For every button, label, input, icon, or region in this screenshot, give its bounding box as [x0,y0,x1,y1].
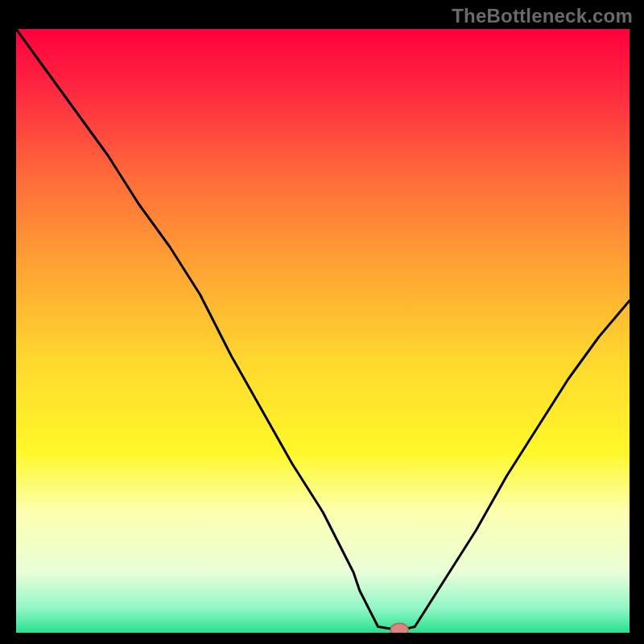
optimal-point-marker [390,623,408,633]
bottleneck-chart [16,29,630,633]
watermark-text: TheBottleneck.com [452,5,633,27]
chart-plot-area [16,29,630,633]
gradient-background [16,29,630,633]
